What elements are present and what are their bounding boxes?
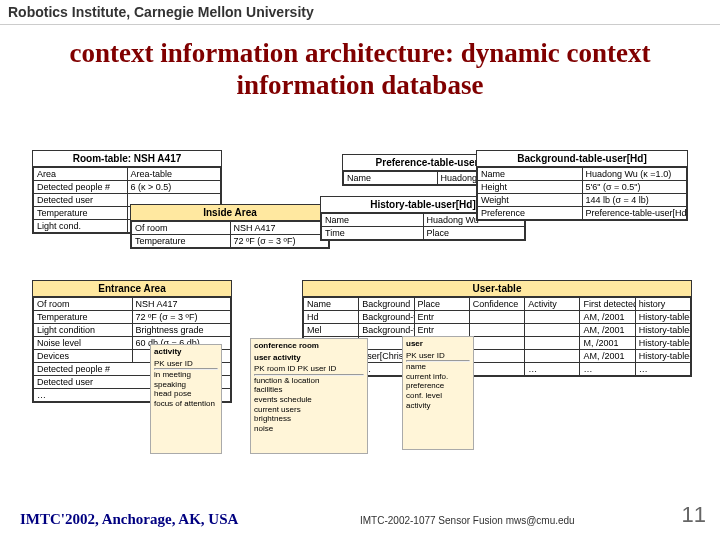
footer-conference: IMTC'2002, Anchorage, AK, USA: [20, 511, 238, 528]
table-row: Temperature72 ºF (σ = 3 ºF): [132, 235, 329, 248]
user-table-title: User-table: [303, 281, 691, 297]
table-row: Detected people #6 (κ > 0.5): [34, 181, 221, 194]
page-header: Robotics Institute, Carnegie Mellon Univ…: [0, 0, 720, 25]
table-row: HdBackground-table-user[Hd]EntrAM, /2001…: [304, 311, 691, 324]
table-row: AreaArea-table: [34, 168, 221, 181]
db-schema-user: user PK user ID namecurrent info.prefere…: [402, 336, 474, 450]
background-table: Background-table-user[Hd] NameHuadong Wu…: [476, 150, 688, 221]
table-row: NameHuadong Wu (κ =1.0): [478, 168, 687, 181]
page-number: 11: [682, 502, 706, 528]
background-table-title: Background-table-user[Hd]: [477, 151, 687, 167]
room-table-title: Room-table: NSH A417: [33, 151, 221, 167]
table-row: Weight144 lb (σ = 4 lb): [478, 194, 687, 207]
inside-area-table: Inside Area Of roomNSH A417 Temperature7…: [130, 204, 330, 249]
table-row: NameBackgroundPlaceConfidenceActivityFir…: [304, 298, 691, 311]
table-row: Height5'6" (σ = 0.5"): [478, 181, 687, 194]
page-title: context information architecture: dynami…: [20, 37, 700, 102]
table-row: Light conditionBrightness grade: [34, 324, 231, 337]
db-schema-activity: activity PK user ID in meetingspeakinghe…: [150, 344, 222, 454]
db-schema-user-activity: conference room user activity PK room ID…: [250, 338, 368, 454]
table-row: Of roomNSH A417: [132, 222, 329, 235]
inside-area-title: Inside Area: [131, 205, 329, 221]
footer-contact: IMTC-2002-1077 Sensor Fusion mws@cmu.edu: [360, 515, 575, 526]
table-row: PreferencePreference-table-user[Hd]: [478, 207, 687, 220]
table-row: Of roomNSH A417: [34, 298, 231, 311]
table-row: MelBackground-table-user[Mel]EntrAM, /20…: [304, 324, 691, 337]
table-row: Temperature72 ºF (σ = 3 ºF): [34, 311, 231, 324]
table-row: TimePlace: [322, 227, 525, 240]
entrance-area-title: Entrance Area: [33, 281, 231, 297]
